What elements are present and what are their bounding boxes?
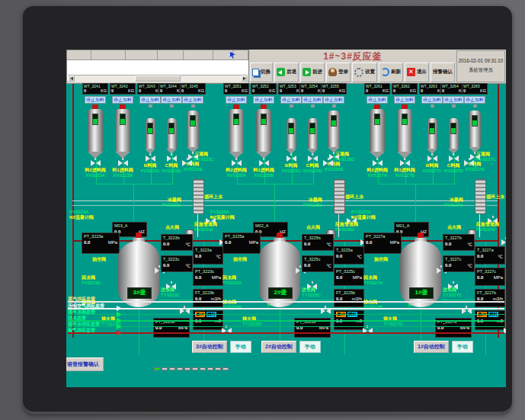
flow-indicator-b[interactable]: FT_3223b 0.0m3/h [193, 289, 223, 307]
alarm-column-header[interactable] [126, 50, 158, 59]
temperature-indicator-a[interactable]: T_3225a 0.0℃ [334, 246, 364, 265]
feed-valve-icon[interactable] [287, 155, 296, 162]
feed-vessel[interactable] [187, 111, 199, 147]
feed-valve-icon[interactable] [91, 160, 101, 167]
feed-vessel[interactable] [328, 111, 340, 147]
feed-valve-icon[interactable] [232, 160, 242, 167]
toolbar-button[interactable]: 后退 [274, 63, 299, 82]
feed-valve-icon[interactable] [308, 155, 318, 162]
feed-vessel[interactable] [146, 118, 155, 149]
condenser[interactable] [193, 179, 204, 214]
feed-vessel[interactable] [449, 118, 459, 149]
weight-indicator[interactable]: WT_3245 0KG [180, 83, 206, 95]
alarm-table-body[interactable] [68, 60, 248, 74]
scroll-right-icon[interactable] [241, 75, 248, 82]
feed-vessel[interactable] [88, 109, 103, 152]
weight-indicator[interactable]: WT_3251 0KG [223, 83, 249, 95]
alarm-scrollbar[interactable] [68, 75, 248, 82]
condenser[interactable] [475, 179, 486, 214]
alarm-column-header[interactable] [67, 50, 91, 59]
feed-valve-icon[interactable] [449, 155, 459, 162]
toolbar-button[interactable]: 设置 [352, 63, 377, 82]
flow-indicator-b[interactable]: FT_3227b 0.0m3/h [475, 289, 505, 307]
weight-indicator[interactable]: WT_3242 0KG [110, 83, 136, 95]
weight-indicator[interactable]: WT_3261 0KG [364, 83, 390, 95]
feed-vessel[interactable] [229, 109, 244, 152]
kettle-tab[interactable] [154, 367, 160, 370]
pressure-indicator-c[interactable]: PT_3227c 0.0MPa [475, 268, 505, 286]
temperature-indicator-b[interactable]: T_3227b 0.0℃ [443, 234, 475, 251]
weight-indicator[interactable]: WT_3255 0KG [321, 83, 347, 95]
kettle-tab[interactable] [184, 367, 190, 370]
feed-vessel[interactable] [427, 118, 437, 149]
scrollbar-thumb[interactable] [135, 75, 181, 82]
feed-vessel[interactable] [256, 109, 271, 152]
reactor-vessel[interactable]: 1#釜 [400, 232, 441, 309]
kettle-tab[interactable] [169, 367, 175, 370]
condenser[interactable] [334, 179, 345, 214]
reactor-vessel[interactable]: 2#釜 [259, 232, 300, 309]
feed-valve-icon[interactable] [146, 155, 155, 162]
alarm-column-header[interactable] [184, 50, 214, 59]
feed-valve-icon[interactable] [259, 160, 269, 167]
temperature-indicator-a[interactable]: T_3227a 0.0℃ [475, 246, 505, 265]
temperature-indicator-b[interactable]: T_3225b 0.0℃ [302, 234, 334, 251]
three-way-valve-icon[interactable] [464, 160, 474, 167]
toolbar-button[interactable]: 报警确认 [431, 63, 455, 82]
feed-vessel[interactable] [370, 109, 385, 152]
weight-indicator[interactable]: WT_3252 0KG [251, 83, 277, 95]
feed-vessel[interactable] [167, 118, 177, 149]
pressure-indicator-c[interactable]: PT_3223c 0.0MPa [193, 268, 223, 286]
voice-alarm-ack-button[interactable]: 语音报警确认 [66, 357, 104, 371]
feed-valve-icon[interactable] [427, 155, 437, 162]
temperature-indicator-c[interactable]: T_3223c 0.0℃ [161, 255, 193, 272]
kettle-tab[interactable] [222, 367, 229, 370]
reactor-vessel[interactable]: 3#釜 [118, 232, 159, 309]
three-way-valve-icon[interactable] [323, 160, 333, 167]
pressure-indicator-c[interactable]: PT_3225c 0.0MPa [334, 268, 364, 286]
pressure-indicator-a[interactable]: PT_3227a 0.0MPa [363, 232, 402, 254]
pressure-indicator-a[interactable]: PT_3223a 0.0MPa [82, 232, 120, 254]
feed-vessel[interactable] [308, 118, 318, 149]
kettle-tab[interactable] [215, 367, 221, 370]
feed-valve-icon[interactable] [373, 160, 383, 167]
kettle-tab[interactable] [177, 367, 183, 370]
feed-vessel[interactable] [115, 109, 130, 152]
emergency-valve-icon[interactable] [501, 239, 506, 246]
weight-indicator[interactable]: WT_3241 0KG [82, 83, 108, 95]
feed-valve-icon[interactable] [167, 155, 177, 162]
manual-button[interactable]: 手动 [299, 341, 321, 353]
pressure-indicator-a[interactable]: PT_3225a 0.0MPa [222, 232, 261, 254]
toolbar-button[interactable]: 切换 [250, 63, 273, 82]
weight-indicator[interactable]: WT_3265 0KG [462, 83, 488, 95]
temperature-indicator-c[interactable]: T_3225c 0.0℃ [302, 255, 334, 272]
three-way-valve-icon[interactable] [182, 160, 192, 167]
alarm-column-header[interactable] [91, 50, 126, 59]
toolbar-button[interactable]: 退出 [405, 63, 429, 82]
alarm-column-header[interactable] [158, 50, 184, 59]
kettle-tab[interactable] [162, 367, 168, 370]
condenser-valve-label: 冷凝阀 PV3225b [303, 197, 322, 208]
feed-vessel[interactable] [287, 118, 296, 149]
auto-control-button[interactable]: 1#自动控制 [414, 341, 449, 353]
kettle-tab[interactable] [192, 367, 198, 370]
feed-vessel[interactable] [397, 109, 412, 152]
kettle-tab[interactable] [207, 367, 213, 370]
manual-button[interactable]: 手动 [452, 341, 473, 353]
scroll-left-icon[interactable] [68, 75, 75, 82]
flow-indicator-b[interactable]: FT_3225b 0.0m3/h [334, 289, 364, 307]
toolbar-button[interactable]: 前进 [300, 63, 325, 82]
weight-indicator[interactable]: WT_3262 0KG [392, 83, 418, 95]
feed-valve-icon[interactable] [118, 160, 128, 167]
auto-control-button[interactable]: 2#自动控制 [261, 341, 296, 353]
temperature-indicator-c[interactable]: T_3227c 0.0℃ [443, 255, 475, 272]
auto-control-button[interactable]: 3#自动控制 [192, 341, 227, 353]
toolbar-button[interactable]: 刷新 [379, 63, 403, 82]
temperature-indicator-a[interactable]: T_3223a 0.0℃ [193, 246, 223, 265]
kettle-tab[interactable] [200, 367, 206, 370]
alarm-column-header[interactable] [233, 50, 248, 59]
toolbar-button[interactable]: 登录 [326, 63, 351, 82]
feed-vessel[interactable] [469, 111, 481, 147]
temperature-indicator-b[interactable]: T_3223b 0.0℃ [161, 234, 193, 251]
feed-valve-icon[interactable] [400, 160, 410, 167]
